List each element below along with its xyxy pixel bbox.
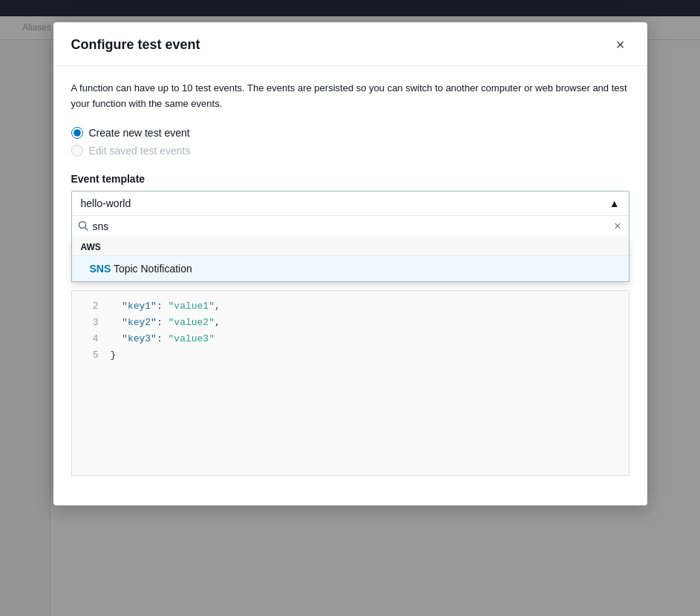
- dropdown-option-sns[interactable]: SNS Topic Notification: [72, 256, 629, 281]
- code-line-5: 5 }: [72, 347, 629, 364]
- configure-test-event-modal: Configure test event × A function can ha…: [53, 22, 647, 505]
- template-search-input[interactable]: [93, 220, 609, 232]
- modal-body: A function can have up to 10 test events…: [53, 66, 647, 505]
- radio-edit-saved[interactable]: Edit saved test events: [71, 145, 629, 157]
- radio-group: Create new test event Edit saved test ev…: [71, 127, 629, 157]
- event-template-label: Event template: [71, 173, 629, 185]
- search-icon: [78, 220, 88, 233]
- modal-header: Configure test event ×: [53, 22, 647, 66]
- search-box-container: ×: [72, 215, 629, 237]
- option-rest-text: Topic Notification: [111, 263, 192, 275]
- modal-title: Configure test event: [71, 37, 200, 53]
- radio-edit-saved-input[interactable]: [71, 145, 83, 157]
- dropdown-selected-value: hello-world: [81, 197, 131, 209]
- modal-footer-space: [71, 476, 629, 491]
- code-line-3: 3 "key2": "value2",: [72, 315, 629, 331]
- dropdown-arrow-icon: ▲: [609, 197, 620, 209]
- code-line-2: 2 "key1": "value1",: [72, 298, 629, 315]
- search-clear-button[interactable]: ×: [612, 220, 622, 232]
- code-line-4: 4 "key3": "value3": [72, 331, 629, 347]
- radio-create-new-input[interactable]: [71, 127, 83, 139]
- code-editor[interactable]: 2 "key1": "value1", 3 "key2": "value2", …: [71, 290, 629, 476]
- dropdown-section-aws: AWS: [72, 237, 629, 256]
- radio-create-new-label: Create new test event: [89, 127, 190, 139]
- event-template-dropdown[interactable]: hello-world ▲ × AWS: [71, 191, 629, 238]
- svg-line-1: [85, 227, 88, 230]
- radio-edit-saved-label: Edit saved test events: [89, 145, 191, 157]
- radio-create-new[interactable]: Create new test event: [71, 127, 629, 139]
- modal-overlay: Configure test event × A function can ha…: [0, 0, 700, 616]
- modal-close-button[interactable]: ×: [612, 36, 629, 53]
- match-text: SNS: [90, 263, 111, 275]
- dropdown-options-list: AWS SNS Topic Notification: [71, 237, 629, 282]
- modal-info-text: A function can have up to 10 test events…: [71, 81, 629, 112]
- dropdown-display[interactable]: hello-world ▲: [72, 191, 629, 215]
